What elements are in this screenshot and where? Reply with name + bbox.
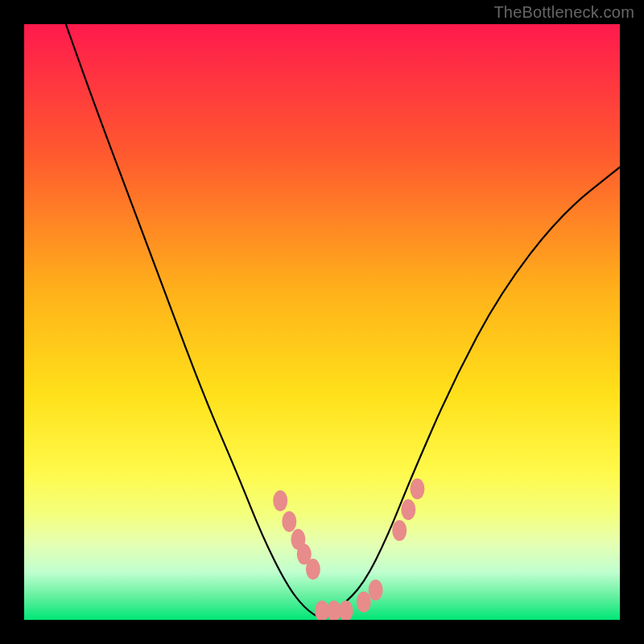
marker-dot (392, 520, 407, 541)
chart-svg (0, 0, 644, 644)
marker-dot (369, 580, 383, 601)
marker-dot (273, 490, 287, 511)
gradient-background (24, 24, 620, 620)
chart-frame: TheBottleneck.com (0, 0, 644, 644)
marker-dot (357, 592, 371, 613)
marker-dot (410, 478, 424, 499)
marker-dot (306, 559, 320, 580)
marker-dot (282, 511, 296, 532)
watermark-text: TheBottleneck.com (493, 3, 634, 22)
marker-dot (401, 499, 415, 520)
marker-dot (339, 601, 353, 621)
